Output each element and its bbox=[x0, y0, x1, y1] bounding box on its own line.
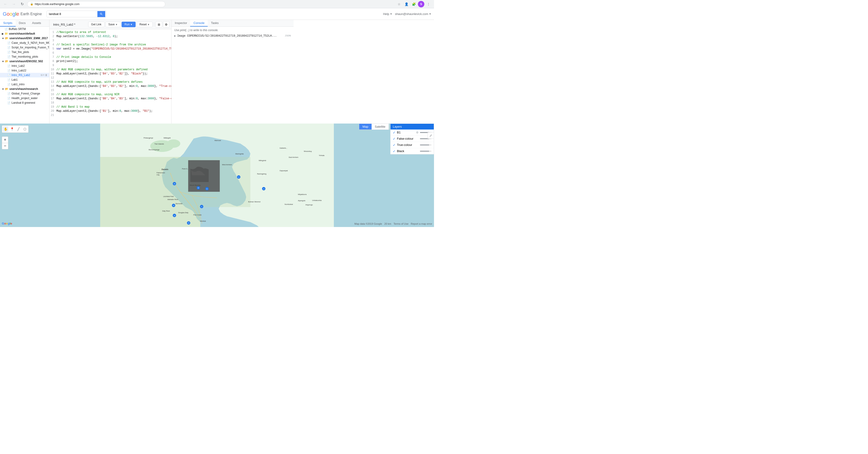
folder-env202[interactable]: ▼ 📂 users/shaun/ENV202_502 bbox=[0, 59, 49, 64]
layer-check-b1[interactable]: ✓ bbox=[393, 131, 396, 134]
save-button[interactable]: Save ▼ bbox=[105, 22, 121, 27]
delete-icon[interactable]: 🗑 bbox=[45, 74, 48, 77]
code-line-14: 14 Map.addLayer(sent2,{bands:['B4','B3',… bbox=[50, 84, 171, 88]
address-bar[interactable]: 🔒 https://code.earthengine.google.com bbox=[27, 1, 165, 7]
tab-scripts[interactable]: Scripts bbox=[0, 20, 16, 27]
menu-button[interactable]: ⋮ bbox=[425, 1, 432, 7]
svg-text:28: 28 bbox=[188, 222, 190, 224]
chevron-down-icon: ▼ bbox=[2, 60, 4, 63]
layer-check-black[interactable]: ✓ bbox=[393, 149, 396, 153]
file-icon: 📄 bbox=[7, 46, 10, 49]
tab-assets[interactable]: Assets bbox=[29, 20, 44, 27]
tab-tasks[interactable]: Tasks bbox=[208, 20, 222, 27]
list-item[interactable]: 📄 Lab1 bbox=[0, 78, 49, 82]
bookmark-button[interactable]: ☆ bbox=[396, 1, 402, 7]
console-item[interactable]: ▶ Image COPERNICUS/S2/20180422T012719_20… bbox=[174, 34, 291, 38]
run-button[interactable]: Run ▼ bbox=[122, 22, 135, 27]
hand-tool-button[interactable]: ✋ bbox=[3, 126, 8, 132]
list-item[interactable]: 📄 Script_for_importing_Fusion_Tables bbox=[0, 45, 49, 50]
list-item[interactable]: 📄 Tiwi_fire_plots bbox=[0, 50, 49, 54]
list-item[interactable]: 📄 Buffalo SRTM bbox=[0, 27, 49, 31]
code-line-20: 20 Map.addLayer(sent2,{bands:['B1'], min… bbox=[50, 109, 171, 113]
svg-text:Adelaide River: Adelaide River bbox=[167, 198, 179, 200]
code-line-16: 16 // Add RGB composite to map, using NI… bbox=[50, 92, 171, 96]
layer-item-b1: ✓ B1 ⚙ bbox=[391, 130, 434, 136]
settings-button[interactable]: ⚙ bbox=[163, 21, 169, 28]
top-bar-right: Help ▼ shaun@shaunlevick.com ▼ bbox=[383, 12, 431, 16]
chevron-right-icon: ▶ bbox=[2, 32, 4, 35]
svg-text:Tiwi Islands: Tiwi Islands bbox=[154, 143, 164, 145]
edit-icon[interactable]: ✏ bbox=[43, 74, 45, 77]
tab-console[interactable]: Console bbox=[190, 20, 208, 27]
extension-button[interactable]: 🧩 bbox=[410, 1, 417, 7]
reload-button[interactable]: ↻ bbox=[19, 1, 25, 7]
reset-label: Reset bbox=[140, 23, 147, 26]
forward-button[interactable]: → bbox=[10, 1, 17, 7]
report-link[interactable]: Report a map error bbox=[411, 222, 432, 225]
map-type-map[interactable]: Map bbox=[359, 124, 371, 130]
file-icon: 📄 bbox=[7, 92, 10, 95]
code-line-21: 21 bbox=[50, 113, 171, 117]
profile-button[interactable]: 👤 bbox=[403, 1, 410, 7]
list-item[interactable]: 📄 Global_Forest_Change bbox=[0, 91, 49, 96]
list-item-intro-rs-lab2[interactable]: 📄 Intro_RS_Lab2 ⧉ ✏ 🗑 bbox=[0, 73, 49, 78]
svg-text:Litchfield Park: Litchfield Park bbox=[163, 195, 174, 198]
copy-icon[interactable]: ⧉ bbox=[41, 74, 42, 77]
search-button[interactable] bbox=[97, 11, 105, 17]
list-item[interactable]: 📄 Intro_Lab2 bbox=[0, 64, 49, 68]
get-link-button[interactable]: Get Link bbox=[88, 22, 104, 27]
layer-opacity-black[interactable] bbox=[420, 151, 431, 152]
back-button[interactable]: ← bbox=[2, 1, 9, 7]
svg-text:Bulman Weemol: Bulman Weemol bbox=[248, 201, 260, 203]
fullscreen-button[interactable]: ⤢ bbox=[428, 132, 434, 139]
scale-label: 20 km bbox=[384, 222, 391, 225]
folder-default[interactable]: ▶ 📁 users/shaun/default bbox=[0, 31, 49, 36]
console-json-label[interactable]: JSON bbox=[285, 34, 291, 37]
svg-rect-3 bbox=[100, 157, 200, 227]
line-tool-button[interactable]: ╱ bbox=[16, 126, 21, 132]
code-line-2: 2 Map.setCenter(132.5685, -12.6312, 8); bbox=[50, 34, 171, 38]
right-panel-tabs: Inspector Console Tasks bbox=[172, 20, 293, 27]
tab-docs[interactable]: Docs bbox=[16, 20, 29, 27]
list-item[interactable]: 📄 Landsat 8 greenest bbox=[0, 101, 49, 105]
folder-research[interactable]: ▼ 📂 users/shaun/research bbox=[0, 87, 49, 91]
layer-check-true-colour[interactable]: ✓ bbox=[393, 143, 396, 147]
folder-env-emm[interactable]: ▼ 📂 users/shaun/ENV_EMM_2017 bbox=[0, 36, 49, 40]
svg-text:Maningrida: Maningrida bbox=[235, 153, 244, 155]
layer-check-false-colour[interactable]: ✓ bbox=[393, 137, 396, 141]
layer-opacity-true-colour[interactable] bbox=[420, 144, 431, 145]
folder-icon: 📂 bbox=[5, 37, 8, 40]
list-item[interactable]: 📄 Intro_Lab22 bbox=[0, 68, 49, 73]
layer-item-black: ✓ Black bbox=[391, 148, 434, 154]
layer-gear-b1[interactable]: ⚙ bbox=[416, 131, 418, 134]
reset-button[interactable]: Reset ▼ bbox=[136, 22, 153, 27]
code-editor[interactable]: 1 //Navigate to area of interest 2 Map.s… bbox=[50, 29, 171, 123]
map-type-satellite[interactable]: Satellite bbox=[372, 124, 389, 130]
zoom-in-button[interactable]: + bbox=[2, 136, 8, 143]
grid-view-button[interactable]: ⊞ bbox=[156, 21, 162, 28]
top-bar: Google Earth Engine Help ▼ shaun@shaunle… bbox=[0, 8, 434, 20]
save-label: Save bbox=[108, 23, 115, 26]
terms-link[interactable]: Terms of Use bbox=[394, 222, 408, 225]
avatar[interactable]: S bbox=[418, 1, 424, 7]
map-container[interactable]: 36 36 21 30 28 21 24 24 28 Pirliangimpi … bbox=[0, 123, 434, 227]
svg-text:Galiwink...: Galiwink... bbox=[280, 147, 287, 149]
help-button[interactable]: Help ▼ bbox=[383, 12, 392, 16]
polygon-tool-button[interactable]: ⬠ bbox=[22, 126, 28, 132]
svg-text:Daly River: Daly River bbox=[162, 210, 170, 212]
user-button[interactable]: shaun@shaunlevick.com ▼ bbox=[395, 12, 431, 16]
tab-inspector[interactable]: Inspector bbox=[172, 20, 190, 27]
list-item[interactable]: 📄 Health_project_water bbox=[0, 96, 49, 101]
zoom-out-button[interactable]: − bbox=[2, 143, 8, 149]
code-line-7: 7 // Print image details to Console bbox=[50, 55, 171, 59]
point-tool-button[interactable]: 📍 bbox=[9, 126, 15, 132]
svg-text:Palmerston: Palmerston bbox=[157, 172, 165, 174]
search-input[interactable] bbox=[47, 11, 97, 17]
list-item[interactable]: 📄 Case_study_5_NDVI_from_MODIS bbox=[0, 40, 49, 45]
list-item[interactable]: 📄 Lab1_intro bbox=[0, 82, 49, 87]
svg-text:36: 36 bbox=[197, 187, 199, 189]
search-container bbox=[46, 10, 106, 17]
browser-actions: ☆ 👤 🧩 S ⋮ bbox=[396, 1, 432, 7]
list-item[interactable]: 📄 Tiwi_monitoring_plots bbox=[0, 54, 49, 59]
console-hint: Use print(...) to write to this console. bbox=[174, 29, 291, 32]
